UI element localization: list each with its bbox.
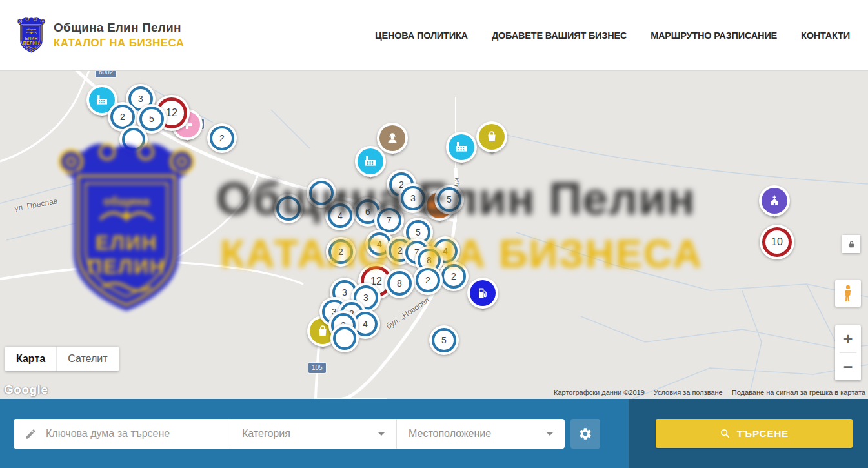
pin-marker-fuel[interactable] xyxy=(467,278,498,319)
location-select[interactable]: Местоположение xyxy=(396,419,565,449)
cluster-count: 3 xyxy=(363,292,368,303)
svg-text:ПЕЛИН: ПЕЛИН xyxy=(23,41,39,45)
search-button-label: ТЪРСЕНЕ xyxy=(737,428,789,439)
cluster-marker[interactable] xyxy=(330,324,359,352)
church-icon xyxy=(767,193,782,209)
nav-item-contacts[interactable]: КОНТАКТИ xyxy=(801,30,850,41)
search-button[interactable]: ТЪРСЕНЕ xyxy=(656,419,853,448)
map-type-satellite-button[interactable]: Сателит xyxy=(56,347,118,371)
category-select-label: Категория xyxy=(242,428,290,440)
cluster-count: 4 xyxy=(338,210,343,221)
cluster-count: 2 xyxy=(398,245,403,256)
cluster-count: 10 xyxy=(771,236,783,248)
municipality-emblem-icon: община ЕЛИН ПЕЛИН xyxy=(16,16,46,54)
cluster-marker[interactable]: 2 xyxy=(413,265,443,295)
location-select-label: Местоположение xyxy=(409,428,491,440)
road-shield-label: 105 xyxy=(308,363,326,373)
cluster-count: 5 xyxy=(441,335,447,345)
map-type-map-button[interactable]: Карта xyxy=(5,347,56,371)
bag-icon xyxy=(484,129,500,145)
search-fields-group: Категория Местоположение xyxy=(14,419,565,449)
keyword-search-input[interactable] xyxy=(45,427,202,440)
category-select[interactable]: Категория xyxy=(230,419,396,449)
street-view-pegman-button[interactable] xyxy=(835,280,861,307)
main-nav: ЦЕНОВА ПОЛИТИКА ДОБАВЕТЕ ВАШИЯТ БИЗНЕС М… xyxy=(375,30,850,41)
search-icon xyxy=(720,428,731,439)
svg-text:ЕЛИН: ЕЛИН xyxy=(25,36,37,41)
map-attribution: Картографски данни ©2019 Условия за полз… xyxy=(554,389,865,396)
zoom-control: + − xyxy=(835,325,861,380)
google-logo[interactable]: Google xyxy=(4,383,48,397)
keyword-field-wrap xyxy=(14,419,230,449)
cluster-count: 3 xyxy=(342,287,347,298)
cluster-marker[interactable] xyxy=(119,125,148,154)
pegman-icon xyxy=(841,284,855,303)
cluster-marker[interactable]: 5 xyxy=(429,325,459,355)
cluster-count: 2 xyxy=(451,271,456,281)
lock-button[interactable] xyxy=(842,235,860,253)
header: община ЕЛИН ПЕЛИН Община Елин Пелин КАТА… xyxy=(0,0,868,71)
cluster-marker[interactable]: 2 xyxy=(439,261,469,291)
pin-marker-church[interactable] xyxy=(759,185,790,227)
cluster-count: 4 xyxy=(363,319,368,329)
cluster-count: 4 xyxy=(377,239,382,249)
cluster-marker[interactable] xyxy=(274,194,303,223)
cluster-marker[interactable]: 5 xyxy=(434,185,464,214)
zoom-out-button[interactable]: − xyxy=(835,353,861,380)
svg-text:община: община xyxy=(26,28,37,31)
cluster-count: 2 xyxy=(219,133,225,143)
cluster-count: 4 xyxy=(443,246,448,256)
site-logo[interactable]: община ЕЛИН ПЕЛИН Община Елин Пелин КАТА… xyxy=(16,16,184,54)
cluster-count: 2 xyxy=(338,247,343,257)
road-shield-label: 6002 xyxy=(96,71,116,77)
zoom-in-button[interactable]: + xyxy=(835,325,861,352)
pencil-icon xyxy=(25,428,37,440)
factory-icon xyxy=(363,154,378,169)
chevron-down-icon xyxy=(378,432,385,439)
chevron-down-icon xyxy=(547,432,553,439)
site-title: Община Елин Пелин xyxy=(54,21,184,35)
map-type-control: Карта Сателит xyxy=(5,347,119,371)
factory-icon xyxy=(94,92,110,108)
pin-marker-bag[interactable] xyxy=(476,121,507,163)
cluster-marker[interactable]: 2 xyxy=(207,123,237,153)
cluster-count: 3 xyxy=(138,94,143,104)
worker-icon xyxy=(385,130,400,146)
search-bar: Категория Местоположение ТЪРСЕНЕ xyxy=(0,399,868,468)
cluster-count: 3 xyxy=(410,193,416,203)
gear-icon xyxy=(578,427,592,441)
cluster-marker[interactable]: 3 xyxy=(398,183,428,213)
cluster-count: 8 xyxy=(427,255,432,265)
cluster-count: 5 xyxy=(416,227,421,238)
report-error-link[interactable]: Подаване на сигнал за грешка в картата xyxy=(732,389,865,396)
cluster-count: 2 xyxy=(120,112,125,122)
cluster-count: 5 xyxy=(447,194,452,205)
terms-link[interactable]: Условия за ползване xyxy=(654,389,723,396)
advanced-settings-button[interactable] xyxy=(570,419,600,449)
attribution-copyright: Картографски данни ©2019 xyxy=(554,389,645,396)
cluster-count: 8 xyxy=(397,278,402,289)
pin-marker-factory[interactable] xyxy=(446,132,477,173)
cluster-marker[interactable]: 2 xyxy=(326,237,356,267)
lock-icon xyxy=(847,239,856,249)
cluster-count: 2 xyxy=(425,275,430,285)
cluster-count: 5 xyxy=(149,114,154,124)
factory-icon xyxy=(454,139,469,155)
nav-item-pricing[interactable]: ЦЕНОВА ПОЛИТИКА xyxy=(375,30,468,41)
site-subtitle: КАТАЛОГ НА БИЗНЕСА xyxy=(54,37,184,50)
cluster-marker[interactable]: 10 xyxy=(760,225,794,259)
fuel-icon xyxy=(475,285,490,301)
map-canvas[interactable]: ул. Преславбул. „Новоселци60026105 xyxy=(0,71,868,399)
cluster-count: 12 xyxy=(166,107,177,119)
cluster-marker[interactable]: 8 xyxy=(385,269,414,298)
nav-item-schedule[interactable]: МАРШРУТНО РАЗПИСАНИЕ xyxy=(651,30,777,41)
cluster-count: 6 xyxy=(365,207,370,217)
cluster-count: 7 xyxy=(387,215,392,225)
nav-item-add-business[interactable]: ДОБАВЕТЕ ВАШИЯТ БИЗНЕС xyxy=(492,30,627,41)
cluster-marker[interactable]: 4 xyxy=(325,201,355,230)
pin-marker-factory[interactable] xyxy=(355,146,386,187)
